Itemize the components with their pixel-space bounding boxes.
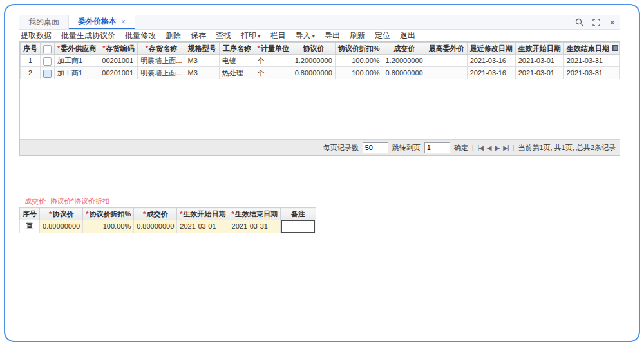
tab-close-icon[interactable]: × xyxy=(121,17,126,26)
save-button[interactable]: 保存 xyxy=(191,30,206,41)
cell-item-code: 00201001 xyxy=(99,55,138,67)
locate-button[interactable]: 定位 xyxy=(375,30,390,41)
cell-agreed-price: 0.80000000 xyxy=(292,67,335,79)
cell-spec: M3 xyxy=(185,67,219,79)
cell-supplier: 加工商1 xyxy=(55,55,99,67)
columns-button[interactable]: 栏目 xyxy=(270,30,286,41)
page-summary: 当前第1页, 共1页, 总共2条记录 xyxy=(518,143,616,153)
cell-agreed-price[interactable]: 0.80000000 xyxy=(40,220,83,233)
table-row[interactable]: 1 加工商1 00201001 明装墙上面... M3 电镀 个 1.20000… xyxy=(21,55,620,67)
cell-max-price xyxy=(426,67,467,79)
col-select-all xyxy=(41,43,55,55)
col-seq: 序号 xyxy=(20,208,40,220)
cell-deal-price[interactable]: 0.80000000 xyxy=(134,220,177,233)
confirm-button[interactable]: 确定 xyxy=(454,143,468,153)
cell-seq: 1 xyxy=(21,55,41,67)
cell-discount: 100.00% xyxy=(335,67,383,79)
tab-label: 我的桌面 xyxy=(28,17,59,28)
col-agreed-price: *协议价 xyxy=(40,208,83,220)
first-page-icon[interactable]: |◀ xyxy=(478,144,483,151)
col-agreed-price: 协议价 xyxy=(292,43,335,55)
cell-settings xyxy=(612,55,619,67)
tab-outsourcing-price-book[interactable]: 委外价格本 × xyxy=(69,15,135,29)
tab-my-desktop[interactable]: 我的桌面 xyxy=(19,15,69,29)
maximize-icon[interactable] xyxy=(592,19,600,26)
cell-seq: 2 xyxy=(21,67,41,79)
col-start-date: *生效开始日期 xyxy=(177,208,229,220)
cell-discount[interactable]: 100.00% xyxy=(83,220,134,233)
row-checkbox[interactable] xyxy=(43,70,52,78)
goto-page-label: 跳转到页 xyxy=(392,143,421,153)
col-item-name: *存货名称 xyxy=(138,43,185,55)
cell-start-date: 2021-03-01 xyxy=(515,55,564,67)
col-supplier: *委外供应商 xyxy=(55,43,99,55)
col-deal-price: *成交价 xyxy=(134,208,177,220)
cell-modified-date: 2021-03-16 xyxy=(467,67,515,79)
main-grid-panel: 序号 *委外供应商 *存货编码 *存货名称 规格型号 工序名称 *计量单位 协议… xyxy=(19,41,620,156)
page-size-input[interactable] xyxy=(363,142,388,153)
select-all-checkbox[interactable] xyxy=(43,45,52,53)
cell-supplier: 加工商1 xyxy=(55,67,99,79)
print-label: 打印 xyxy=(241,31,256,40)
detail-grid: 序号 *协议价 *协议价折扣% *成交价 *生效开始日期 *生效结束日期 备注 … xyxy=(19,207,316,233)
cell-settings xyxy=(612,67,619,79)
goto-page-input[interactable] xyxy=(424,142,450,153)
formula-hint: 成交价=协议价*协议价折扣 xyxy=(24,197,109,206)
cell-start-date: 2021-03-01 xyxy=(515,67,564,79)
tab-bar: 我的桌面 委外价格本 × × xyxy=(19,15,620,30)
batch-generate-price-button[interactable]: 批量生成协议价 xyxy=(61,30,115,41)
cell-agreed-price: 1.20000000 xyxy=(292,55,335,67)
note-input[interactable] xyxy=(281,220,315,233)
next-page-icon[interactable]: ▶ xyxy=(495,144,500,151)
print-menu-button[interactable]: 打印▾ xyxy=(241,30,261,41)
cell-item-name: 明装墙上面... xyxy=(138,55,185,67)
col-end-date: *生效结束日期 xyxy=(229,208,280,220)
export-button[interactable]: 导出 xyxy=(325,30,340,41)
table-row[interactable]: 2 加工商1 00201001 明装墙上面... M3 热处理 个 0.8000… xyxy=(21,67,620,79)
import-label: 导入 xyxy=(296,31,311,40)
grid-settings-icon[interactable] xyxy=(612,44,618,52)
chevron-down-icon: ▾ xyxy=(312,33,316,39)
col-seq: 序号 xyxy=(21,43,41,55)
cell-item-code: 00201001 xyxy=(99,67,138,79)
row-edit-marker: 亘 xyxy=(20,220,40,233)
exit-button[interactable]: 退出 xyxy=(400,30,415,41)
cell-select xyxy=(41,67,55,79)
header-row: 序号 *委外供应商 *存货编码 *存货名称 规格型号 工序名称 *计量单位 协议… xyxy=(21,43,620,55)
cell-note xyxy=(280,220,316,233)
delete-button[interactable]: 删除 xyxy=(166,30,181,41)
cell-end-date: 2021-03-31 xyxy=(564,67,612,79)
col-deal-price: 成交价 xyxy=(383,43,426,55)
find-button[interactable]: 查找 xyxy=(216,30,231,41)
cell-unit: 个 xyxy=(254,67,292,79)
col-process: 工序名称 xyxy=(219,43,254,55)
edit-row-icon: 亘 xyxy=(26,222,33,230)
app-window: 我的桌面 委外价格本 × × 提取数据 批量生成协议价 批量修改 删除 保存 查… xyxy=(4,4,640,342)
search-icon[interactable] xyxy=(575,18,583,26)
table-row[interactable]: 亘 0.80000000 100.00% 0.80000000 2021-03-… xyxy=(20,220,316,233)
cell-start-date[interactable]: 2021-03-01 xyxy=(177,220,229,233)
col-start-date: 生效开始日期 xyxy=(515,43,564,55)
col-settings xyxy=(612,43,619,55)
close-icon[interactable]: × xyxy=(609,19,615,26)
prev-page-icon[interactable]: ◀ xyxy=(487,144,491,151)
cell-end-date[interactable]: 2021-03-31 xyxy=(229,220,280,233)
detail-grid-panel: 序号 *协议价 *协议价折扣% *成交价 *生效开始日期 *生效结束日期 备注 … xyxy=(19,207,316,233)
last-page-icon[interactable]: ▶| xyxy=(503,144,508,151)
tab-label: 委外价格本 xyxy=(78,16,117,27)
header-row: 序号 *协议价 *协议价折扣% *成交价 *生效开始日期 *生效结束日期 备注 xyxy=(20,208,316,220)
cell-select xyxy=(41,55,55,67)
row-checkbox[interactable] xyxy=(43,57,52,66)
cell-deal-price: 1.20000000 xyxy=(383,55,426,67)
toolbar: 提取数据 批量生成协议价 批量修改 删除 保存 查找 打印▾ 栏目 导入▾ 导出… xyxy=(21,30,415,41)
refresh-button[interactable]: 刷新 xyxy=(350,30,365,41)
import-menu-button[interactable]: 导入▾ xyxy=(296,30,316,41)
col-end-date: 生效结束日期 xyxy=(564,43,612,55)
extract-data-button[interactable]: 提取数据 xyxy=(21,30,52,41)
col-modified-date: 最近修改日期 xyxy=(467,43,515,55)
batch-modify-button[interactable]: 批量修改 xyxy=(125,30,156,41)
cell-discount: 100.00% xyxy=(335,55,383,67)
separator: | xyxy=(513,144,515,151)
window-controls: × xyxy=(575,15,620,29)
col-item-code: *存货编码 xyxy=(99,43,138,55)
